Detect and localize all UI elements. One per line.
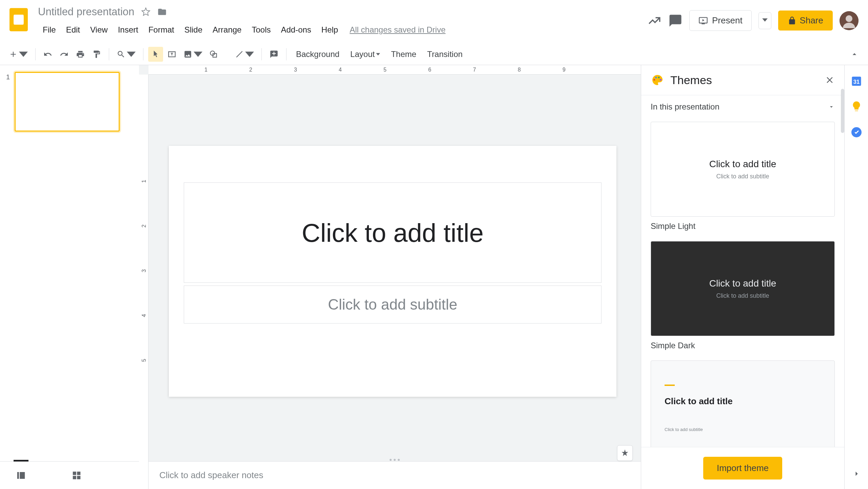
collapse-toolbar-button[interactable]	[847, 47, 862, 62]
theme-preview[interactable]: Click to add title Click to add subtitle	[651, 360, 835, 455]
doc-title[interactable]: Untitled presentation	[38, 6, 134, 18]
transition-button[interactable]: Transition	[422, 46, 467, 62]
background-button[interactable]: Background	[291, 46, 344, 62]
layout-button[interactable]: Layout	[346, 46, 385, 62]
menu-view[interactable]: View	[85, 23, 113, 37]
calendar-icon[interactable]: 31	[850, 75, 863, 87]
undo-button[interactable]	[40, 47, 55, 62]
theme-card-simple-dark: Click to add title Click to add subtitle…	[651, 241, 835, 350]
move-to-folder-icon[interactable]	[157, 7, 167, 17]
share-label: Share	[800, 15, 823, 26]
themes-section-toggle[interactable]: In this presentation	[641, 95, 844, 118]
svg-rect-11	[73, 471, 76, 475]
toolbar: Background Layout Theme Transition	[0, 43, 868, 65]
subtitle-placeholder-text: Click to add subtitle	[328, 296, 457, 313]
theme-button[interactable]: Theme	[386, 46, 421, 62]
side-panel: 31	[844, 65, 868, 489]
menu-insert[interactable]: Insert	[113, 23, 143, 37]
keep-icon[interactable]	[850, 100, 863, 113]
zoom-button[interactable]	[114, 47, 138, 62]
menu-format[interactable]: Format	[144, 23, 179, 37]
add-comment-button[interactable]	[267, 47, 281, 62]
separator	[109, 48, 109, 60]
filmstrip-bottom	[0, 461, 139, 489]
svg-point-15	[653, 79, 655, 81]
grid-view-button[interactable]	[69, 468, 84, 483]
theme-preview-sub: Click to add subtitle	[665, 427, 703, 432]
print-button[interactable]	[73, 47, 88, 62]
tasks-icon[interactable]	[850, 126, 863, 138]
themes-scrollbar[interactable]	[841, 89, 844, 133]
themes-section-label: In this presentation	[651, 102, 719, 112]
select-tool[interactable]	[148, 47, 163, 62]
comments-icon[interactable]	[668, 14, 683, 28]
svg-text:31: 31	[853, 79, 859, 85]
horizontal-ruler: 1 2 3 4 5 6 7 8 9	[149, 65, 641, 75]
import-theme-button[interactable]: Import theme	[703, 457, 782, 480]
menu-edit[interactable]: Edit	[61, 23, 85, 37]
menu-addons[interactable]: Add-ons	[276, 23, 316, 37]
textbox-tool[interactable]	[164, 47, 179, 62]
theme-preview-sub: Click to add subtitle	[716, 292, 769, 299]
svg-rect-13	[73, 476, 76, 479]
menu-slide[interactable]: Slide	[180, 23, 207, 37]
title-placeholder-text: Click to add title	[302, 218, 484, 248]
title-placeholder-box[interactable]: Click to add title	[184, 182, 601, 283]
svg-rect-14	[77, 476, 80, 479]
new-slide-button[interactable]	[6, 47, 31, 62]
svg-rect-3	[14, 16, 23, 23]
theme-preview-title: Click to add title	[709, 278, 776, 289]
slide-thumbnail[interactable]	[15, 72, 120, 132]
speaker-notes-area[interactable]: Click to add speaker notes	[149, 461, 641, 489]
filmstrip-view-button[interactable]	[14, 468, 28, 483]
redo-button[interactable]	[57, 47, 72, 62]
slides-app-icon[interactable]	[9, 7, 28, 32]
separator	[261, 48, 262, 60]
chevron-down-icon	[828, 103, 835, 110]
svg-point-16	[655, 77, 657, 78]
present-dropdown[interactable]	[758, 12, 771, 29]
menu-help[interactable]: Help	[317, 23, 343, 37]
share-button[interactable]: Share	[778, 11, 833, 31]
present-button[interactable]: Present	[689, 10, 752, 31]
theme-name: Simple Dark	[651, 341, 835, 350]
header-right: Present Share	[647, 10, 859, 31]
image-tool[interactable]	[181, 47, 205, 62]
slide[interactable]: Click to add title Click to add subtitle	[169, 146, 616, 397]
vertical-ruler: 1 2 3 4 5	[139, 75, 149, 489]
explore-button[interactable]	[617, 445, 633, 461]
svg-rect-12	[77, 471, 80, 475]
theme-preview-title: Click to add title	[665, 396, 733, 407]
notes-resize-handle[interactable]	[390, 459, 400, 461]
present-label: Present	[712, 15, 743, 26]
separator	[286, 48, 287, 60]
svg-rect-10	[20, 472, 25, 479]
themes-header: Themes	[641, 65, 844, 95]
subtitle-placeholder-box[interactable]: Click to add subtitle	[184, 286, 601, 324]
theme-name: Simple Light	[651, 221, 835, 231]
side-panel-toggle-icon[interactable]	[851, 469, 862, 479]
menu-file[interactable]: File	[38, 23, 61, 37]
drive-status[interactable]: All changes saved in Drive	[350, 25, 446, 35]
canvas-inner[interactable]: Click to add title Click to add subtitle	[149, 75, 641, 461]
close-icon[interactable]	[825, 75, 835, 85]
slide-thumb-wrap: 1	[6, 72, 133, 132]
line-tool[interactable]	[232, 47, 257, 62]
themes-panel: Themes In this presentation Click to add…	[641, 65, 844, 489]
menu-tools[interactable]: Tools	[247, 23, 275, 37]
shape-tool[interactable]	[206, 47, 231, 62]
separator	[143, 48, 143, 60]
theme-preview-title: Click to add title	[709, 159, 776, 170]
slide-number: 1	[6, 72, 10, 132]
theme-preview[interactable]: Click to add title Click to add subtitle	[651, 122, 835, 217]
themes-list: Click to add title Click to add subtitle…	[641, 118, 844, 489]
star-icon[interactable]	[141, 7, 151, 17]
separator	[35, 48, 36, 60]
theme-preview[interactable]: Click to add title Click to add subtitle	[651, 241, 835, 336]
themes-footer: Import theme	[641, 447, 844, 489]
menu-arrange[interactable]: Arrange	[208, 23, 246, 37]
account-avatar[interactable]	[840, 11, 859, 30]
filmstrip: 1	[0, 65, 139, 489]
activity-icon[interactable]	[647, 14, 662, 28]
paint-format-button[interactable]	[89, 47, 104, 62]
